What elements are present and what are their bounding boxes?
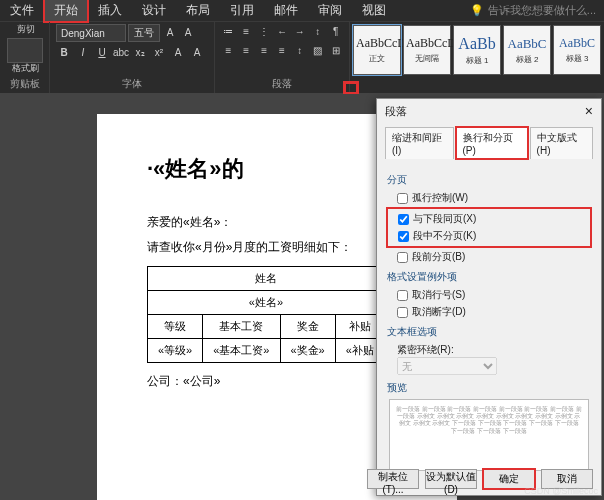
numbering-icon[interactable]: ≡ xyxy=(239,24,254,40)
style-normal[interactable]: AaBbCcDdI正文 xyxy=(353,25,401,75)
chk-keep-lines-together[interactable]: 段中不分页(K) xyxy=(398,229,590,243)
dialog-title: 段落 xyxy=(385,104,407,119)
menu-layout[interactable]: 布局 xyxy=(176,0,220,22)
doc-company[interactable]: 公司：«公司» xyxy=(147,373,407,390)
style-heading2[interactable]: AaBbC标题 2 xyxy=(503,25,551,75)
chk-page-break-before[interactable]: 段前分页(B) xyxy=(397,250,591,264)
bold-icon[interactable]: B xyxy=(56,45,72,61)
tab-line-page-breaks[interactable]: 换行和分页(P) xyxy=(456,127,528,159)
style-no-spacing[interactable]: AaBbCcDdI无间隔 xyxy=(403,25,451,75)
paragraph-label: 段落 xyxy=(221,75,343,93)
menu-references[interactable]: 引用 xyxy=(220,0,264,22)
bullets-icon[interactable]: ≔ xyxy=(221,24,236,40)
highlight-icon[interactable]: A xyxy=(170,45,186,61)
style-heading1[interactable]: AaBb标题 1 xyxy=(453,25,501,75)
lightbulb-icon: 💡 xyxy=(470,4,484,17)
section-textbox-options: 文本框选项 xyxy=(387,325,591,339)
tab-asian-typography[interactable]: 中文版式(H) xyxy=(530,127,593,159)
chk-suppress-line-numbers[interactable]: 取消行号(S) xyxy=(397,288,591,302)
tabs-button[interactable]: 制表位(T)... xyxy=(367,469,419,489)
menu-home[interactable]: 开始 xyxy=(44,0,88,22)
line-spacing-icon[interactable]: ↕ xyxy=(292,43,307,59)
set-default-button[interactable]: 设为默认值(D) xyxy=(425,469,477,489)
dialog-tabs: 缩进和间距(I) 换行和分页(P) 中文版式(H) xyxy=(377,123,601,159)
chk-dont-hyphenate[interactable]: 取消断字(D) xyxy=(397,305,591,319)
justify-icon[interactable]: ≡ xyxy=(275,43,290,59)
font-color-icon[interactable]: A xyxy=(189,45,205,61)
chk-widow-orphan[interactable]: 孤行控制(W) xyxy=(397,191,591,205)
chk-keep-with-next[interactable]: 与下段同页(X) xyxy=(398,212,590,226)
salary-table[interactable]: 姓名 «姓名» 等级基本工资奖金补贴 «等级»«基本工资»«奖金»«补贴 xyxy=(147,266,385,363)
preview-box: 前一段落 前一段落 前一段落 前一段落 前一段落 前一段落 前一段落 前一段落 … xyxy=(389,399,589,471)
show-marks-icon[interactable]: ¶ xyxy=(328,24,343,40)
menu-review[interactable]: 审阅 xyxy=(308,0,352,22)
clipboard-label: 剪贴板 xyxy=(10,75,40,93)
paragraph-dialog-launcher[interactable] xyxy=(344,82,358,94)
section-format-exceptions: 格式设置例外项 xyxy=(387,270,591,284)
align-left-icon[interactable]: ≡ xyxy=(221,43,236,59)
tell-me-search[interactable]: 💡 告诉我您想要做什么... xyxy=(462,0,604,21)
font-label: 字体 xyxy=(56,75,208,93)
paste-button[interactable] xyxy=(7,38,43,64)
tight-wrap-select[interactable]: 无 xyxy=(397,357,497,375)
align-center-icon[interactable]: ≡ xyxy=(239,43,254,59)
strike-icon[interactable]: abc xyxy=(113,45,129,61)
grow-font-icon[interactable]: A xyxy=(162,25,178,41)
borders-icon[interactable]: ⊞ xyxy=(328,43,343,59)
sort-icon[interactable]: ↕ xyxy=(310,24,325,40)
styles-group: AaBbCcDdI正文 AaBbCcDdI无间隔 AaBb标题 1 AaBbC标… xyxy=(350,22,604,93)
menu-file[interactable]: 文件 xyxy=(0,0,44,22)
tight-wrap-label: 紧密环绕(R): xyxy=(397,343,591,357)
clipboard-group: 剪切 格式刷 剪贴板 xyxy=(0,22,50,93)
format-painter-button[interactable]: 格式刷 xyxy=(12,63,39,75)
tab-indent-spacing[interactable]: 缩进和间距(I) xyxy=(385,127,454,159)
font-group: A A B I U abc x₂ x² A A 字体 xyxy=(50,22,215,93)
indent-inc-icon[interactable]: → xyxy=(292,24,307,40)
section-preview: 预览 xyxy=(387,381,591,395)
ribbon: 剪切 格式刷 剪贴板 A A B I U abc x₂ x² A A 字体 ≔ … xyxy=(0,22,604,94)
multilevel-icon[interactable]: ⋮ xyxy=(257,24,272,40)
watermark: CSDN @Smilecoc xyxy=(524,486,598,496)
cut-button[interactable]: 剪切 xyxy=(17,24,35,36)
menu-insert[interactable]: 插入 xyxy=(88,0,132,22)
style-heading3[interactable]: AaBbC标题 3 xyxy=(553,25,601,75)
close-icon[interactable]: × xyxy=(585,103,593,119)
menu-bar: 文件 开始 插入 设计 布局 引用 邮件 审阅 视图 💡 告诉我您想要做什么..… xyxy=(0,0,604,22)
paragraph-group: ≔ ≡ ⋮ ← → ↕ ¶ ≡ ≡ ≡ ≡ ↕ ▨ ⊞ 段落 xyxy=(215,22,350,93)
paragraph-dialog: 段落 × 缩进和间距(I) 换行和分页(P) 中文版式(H) 分页 孤行控制(W… xyxy=(376,98,602,496)
dialog-body: 分页 孤行控制(W) 与下段同页(X) 段中不分页(K) 段前分页(B) 格式设… xyxy=(377,159,601,483)
doc-title[interactable]: ·«姓名»的 xyxy=(147,154,407,184)
subscript-icon[interactable]: x₂ xyxy=(132,45,148,61)
font-name-input[interactable] xyxy=(56,24,126,42)
shading-icon[interactable]: ▨ xyxy=(310,43,325,59)
superscript-icon[interactable]: x² xyxy=(151,45,167,61)
italic-icon[interactable]: I xyxy=(75,45,91,61)
dialog-titlebar[interactable]: 段落 × xyxy=(377,99,601,123)
shrink-font-icon[interactable]: A xyxy=(180,25,196,41)
menu-design[interactable]: 设计 xyxy=(132,0,176,22)
underline-icon[interactable]: U xyxy=(94,45,110,61)
menu-view[interactable]: 视图 xyxy=(352,0,396,22)
menu-mailings[interactable]: 邮件 xyxy=(264,0,308,22)
align-right-icon[interactable]: ≡ xyxy=(257,43,272,59)
indent-dec-icon[interactable]: ← xyxy=(275,24,290,40)
section-pagination: 分页 xyxy=(387,173,591,187)
doc-body[interactable]: 请查收你«月份»月度的工资明细如下： xyxy=(147,239,407,256)
font-size-input[interactable] xyxy=(128,24,160,42)
doc-greeting[interactable]: 亲爱的«姓名»： xyxy=(147,214,407,231)
